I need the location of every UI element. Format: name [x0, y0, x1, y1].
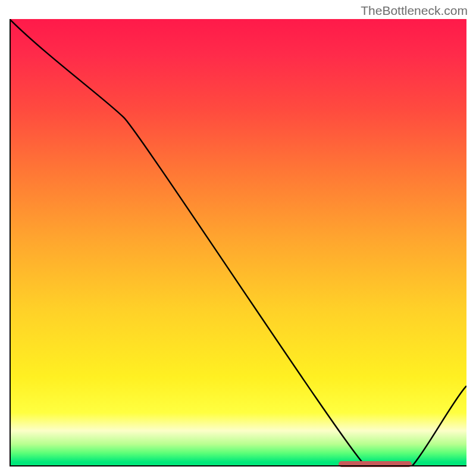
y-axis: [10, 19, 11, 466]
chart-plot-area: [10, 19, 466, 466]
x-axis: [10, 465, 466, 466]
watermark-text: TheBottleneck.com: [361, 4, 468, 18]
bottleneck-curve: [10, 19, 466, 466]
